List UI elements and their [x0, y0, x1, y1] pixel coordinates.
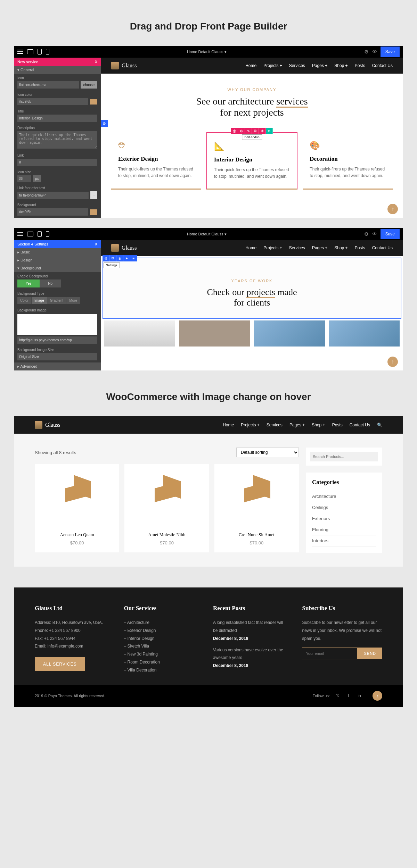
nav-services[interactable]: Services	[289, 245, 305, 250]
menu-icon[interactable]	[17, 50, 23, 54]
product-card[interactable]: Crel Nunc Sit Amet $70.00	[214, 464, 299, 552]
page-title-dropdown[interactable]: Home Default Glauss ▾	[49, 50, 364, 54]
nav-projects[interactable]: Projects +	[263, 63, 282, 68]
icon-input[interactable]	[17, 81, 79, 89]
site-logo[interactable]: Glauss	[35, 421, 60, 429]
product-card[interactable]: Aenean Leo Quam $70.00	[35, 464, 119, 552]
nav-pages[interactable]: Pages +	[289, 423, 305, 427]
close-icon[interactable]: X	[95, 60, 97, 64]
twitter-icon[interactable]: 𝕏	[335, 693, 341, 699]
service-link[interactable]: – Exterior Design	[124, 627, 199, 635]
list-icon[interactable]: ≡	[130, 255, 137, 261]
nav-projects[interactable]: Projects +	[263, 245, 282, 250]
card-decoration[interactable]: 🎨 Decoration Their quick-firers up the T…	[303, 132, 393, 190]
bg-size-select[interactable]	[17, 353, 97, 360]
nav-home[interactable]: Home	[245, 63, 256, 68]
menu-icon[interactable]	[17, 232, 23, 236]
eye-icon[interactable]: 👁	[372, 49, 377, 55]
nav-pages[interactable]: Pages +	[312, 245, 327, 250]
linkedin-icon[interactable]: in	[357, 693, 362, 699]
bg-input[interactable]	[17, 208, 88, 216]
desc-textarea[interactable]: Their quick-firers up the Thames refused…	[17, 131, 97, 149]
bgtype-gradient[interactable]: Gradient	[47, 297, 66, 304]
advanced-section[interactable]: ▸ Advanced	[14, 362, 101, 370]
nav-home[interactable]: Home	[223, 423, 234, 427]
trash-icon[interactable]: 🗑	[231, 128, 238, 134]
search-input[interactable]	[310, 452, 378, 461]
nav-home[interactable]: Home	[245, 245, 256, 250]
category-link[interactable]: Ceilings	[312, 502, 376, 513]
service-link[interactable]: – Sketch Villa	[124, 642, 199, 650]
service-link[interactable]: – New 3d Painting	[124, 650, 199, 658]
arrow-button[interactable]: →	[90, 191, 97, 199]
bgtype-image[interactable]: Image	[32, 297, 47, 304]
project-thumb[interactable]	[104, 320, 175, 347]
general-section[interactable]: ▾ General	[14, 66, 101, 74]
save-button[interactable]: Save	[381, 47, 400, 57]
bgtype-more[interactable]: More	[66, 297, 80, 304]
scroll-top-button[interactable]: ↑	[373, 691, 382, 701]
nav-services[interactable]: Services	[267, 423, 283, 427]
site-logo[interactable]: Glauss	[111, 244, 137, 252]
gear-icon[interactable]: ⚙	[364, 49, 369, 55]
bg-image-preview[interactable]	[17, 314, 97, 335]
copy-icon[interactable]: ⧉	[109, 255, 116, 261]
choose-button[interactable]: choose	[81, 81, 97, 89]
add-icon[interactable]: +	[123, 255, 130, 261]
nav-projects[interactable]: Projects +	[241, 423, 260, 427]
scroll-top-button[interactable]: ↑	[387, 204, 398, 214]
copy-icon[interactable]: ⧉	[252, 128, 259, 134]
tablet-icon[interactable]	[38, 231, 42, 237]
product-card[interactable]: Amet Molestie Nibh $70.00	[124, 464, 209, 552]
section-gear-icon[interactable]: ⚙	[101, 120, 108, 127]
move-icon[interactable]: ✥	[259, 128, 266, 134]
link-font-input[interactable]	[17, 192, 89, 199]
category-link[interactable]: Interiors	[312, 535, 376, 546]
basic-section[interactable]: ▸ Basic	[14, 248, 101, 256]
save-button[interactable]: Save	[381, 229, 400, 239]
gear-icon[interactable]: ⚙	[238, 128, 245, 134]
title-input[interactable]	[17, 115, 97, 122]
eye-icon[interactable]: 👁	[372, 231, 377, 237]
color-swatch[interactable]	[90, 99, 97, 105]
edit-icon[interactable]: ✎	[245, 128, 252, 134]
link-input[interactable]	[17, 159, 97, 166]
service-link[interactable]: – Interior Design	[124, 635, 199, 643]
category-link[interactable]: Architecture	[312, 491, 376, 502]
project-thumb[interactable]	[179, 320, 250, 347]
nav-shop[interactable]: Shop +	[312, 423, 325, 427]
send-button[interactable]: SEND	[358, 648, 382, 659]
gear-icon[interactable]: ⚙	[364, 231, 369, 237]
nav-shop[interactable]: Shop +	[334, 63, 348, 68]
icon-size-input[interactable]	[17, 175, 31, 182]
service-link[interactable]: – Villa Decoration	[124, 666, 199, 674]
category-link[interactable]: Flooring	[312, 524, 376, 535]
facebook-icon[interactable]: f	[346, 693, 351, 699]
nav-shop[interactable]: Shop +	[334, 245, 348, 250]
background-section[interactable]: ▾ Background	[14, 264, 101, 272]
nav-services[interactable]: Services	[289, 63, 305, 68]
mobile-icon[interactable]	[46, 231, 49, 237]
card-interior[interactable]: 🗑 ⚙ ✎ ⧉ ✥ ⚙ Edit Addon 📐 Interior Design…	[206, 132, 298, 190]
tablet-icon[interactable]	[38, 49, 42, 55]
nav-pages[interactable]: Pages +	[312, 63, 327, 68]
mobile-icon[interactable]	[46, 49, 49, 55]
card-exterior[interactable]: ⛑ Exterior Design Their quick-firers up …	[111, 132, 201, 190]
nav-contact[interactable]: Contact Us	[372, 245, 393, 250]
bg-swatch[interactable]	[90, 209, 97, 215]
service-link[interactable]: – Architecture	[124, 619, 199, 627]
page-title-dropdown[interactable]: Home Default Glauss ▾	[49, 232, 364, 236]
bgtype-color[interactable]: Color	[17, 297, 32, 304]
service-link[interactable]: – Room Decoration	[124, 658, 199, 666]
desktop-icon[interactable]	[27, 232, 33, 236]
settings-gear-icon[interactable]: ⚙	[266, 128, 273, 134]
post-link[interactable]: A long established fact that reader will…	[213, 619, 288, 635]
toggle-no[interactable]: No	[40, 279, 61, 287]
trash-icon[interactable]: 🗑	[116, 255, 123, 261]
scroll-top-button[interactable]: ↑	[387, 357, 398, 367]
search-icon[interactable]: 🔍	[377, 423, 382, 427]
nav-posts[interactable]: Posts	[355, 63, 365, 68]
toggle-yes[interactable]: Yes	[17, 279, 40, 287]
nav-contact[interactable]: Contact Us	[372, 63, 393, 68]
nav-posts[interactable]: Posts	[332, 423, 343, 427]
